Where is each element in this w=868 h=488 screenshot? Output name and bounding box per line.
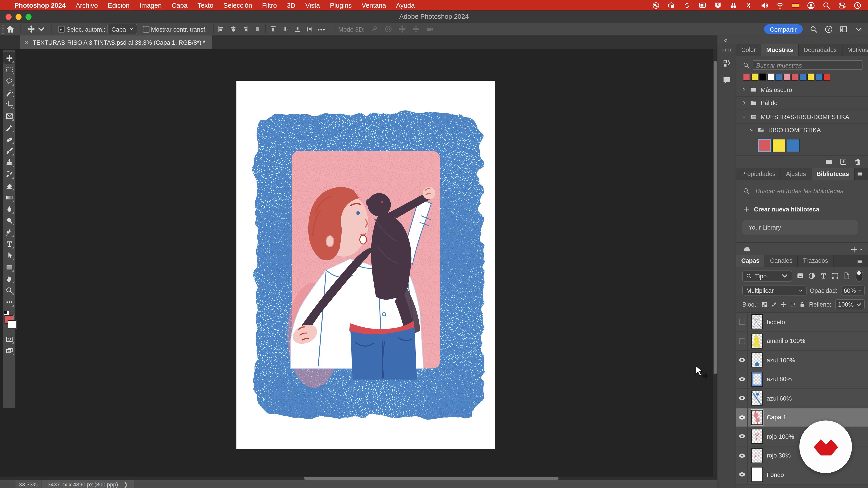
tab-trazados[interactable]: Trazados — [798, 255, 834, 267]
align-left-button[interactable] — [217, 26, 224, 33]
align-right-button[interactable] — [242, 26, 249, 33]
tab-motivos[interactable]: Motivos — [842, 44, 868, 56]
minimize-window-button[interactable] — [16, 13, 22, 20]
swatch-group-mas-oscuro[interactable]: Más oscuro — [736, 83, 868, 96]
distribute-vertical-button[interactable] — [306, 26, 313, 33]
tool-crop[interactable] — [3, 98, 15, 110]
screen-record-icon[interactable] — [652, 1, 660, 9]
binoculars-icon[interactable] — [730, 1, 737, 9]
blend-mode-dropdown[interactable]: Multiplicar — [742, 286, 807, 295]
filter-shape-layers-icon[interactable] — [831, 272, 839, 280]
volume-icon[interactable] — [761, 1, 768, 9]
document-info[interactable]: 3437 px x 4890 px (300 ppp) ❯ — [42, 480, 134, 488]
tool-clone-stamp[interactable] — [3, 157, 15, 168]
lock-artboard-icon[interactable] — [790, 301, 796, 307]
tool-rectangle[interactable] — [3, 261, 15, 273]
tool-magic-wand[interactable] — [3, 87, 15, 98]
menu-edicion[interactable]: Edición — [108, 1, 129, 9]
workspace-icon[interactable] — [840, 25, 847, 33]
swatch-group-palido[interactable]: Pálido — [736, 96, 868, 110]
chevron-right-icon[interactable] — [742, 87, 746, 92]
show-transform-checkbox[interactable]: Mostrar contr. transf. — [141, 26, 209, 32]
filter-pixel-layers-icon[interactable] — [797, 272, 804, 280]
menu-ventana[interactable]: Ventana — [362, 1, 386, 9]
layer-name[interactable]: Fondo — [767, 471, 784, 478]
cloud-sync-icon[interactable] — [743, 245, 751, 254]
lock-transparency-icon[interactable] — [762, 301, 767, 307]
riso-swatch-red[interactable] — [758, 139, 771, 152]
layer-filter-dropdown[interactable]: Tipo — [742, 270, 792, 281]
tool-spot-healing[interactable] — [3, 133, 15, 145]
menu-vista[interactable]: Vista — [305, 1, 320, 9]
layer-name[interactable]: azul 80% — [767, 376, 792, 382]
swatch[interactable] — [767, 74, 774, 81]
swatch[interactable] — [791, 74, 798, 81]
tool-zoom[interactable] — [3, 285, 15, 296]
tab-capas[interactable]: Capas — [736, 255, 765, 267]
bluetooth-icon[interactable] — [745, 1, 753, 9]
chevron-down-icon[interactable] — [749, 128, 754, 132]
menu-3d[interactable]: 3D — [287, 1, 296, 9]
close-window-button[interactable] — [5, 13, 11, 20]
layer-row-azul-100[interactable]: azul 100% — [736, 351, 868, 370]
clock-icon[interactable] — [854, 1, 861, 9]
visibility-toggle[interactable] — [736, 465, 748, 484]
visibility-toggle[interactable] — [736, 389, 748, 408]
swatches-search-input[interactable] — [753, 60, 863, 70]
visibility-toggle[interactable] — [736, 351, 748, 369]
distribute-middle-button[interactable] — [281, 26, 289, 33]
riso-swatch-yellow[interactable] — [772, 139, 785, 152]
keyboard-es-flag-icon[interactable] — [792, 2, 799, 8]
lock-position-icon[interactable] — [781, 301, 786, 307]
tab-color[interactable]: Color — [736, 44, 761, 56]
layer-thumbnail[interactable] — [751, 372, 763, 387]
distribute-top-button[interactable] — [269, 26, 276, 33]
tool-hand[interactable] — [3, 273, 15, 284]
layer-name[interactable]: rojo 30% — [767, 452, 791, 459]
swatch-group-muestras-riso[interactable]: MUESTRAS-RISO-DOMESTIKA — [736, 110, 868, 124]
more-options-button[interactable]: ••• — [317, 26, 326, 32]
tool-preset-button[interactable] — [25, 25, 48, 33]
chevron-down-icon[interactable] — [742, 114, 746, 119]
tab-bibliotecas[interactable]: Bibliotecas — [811, 168, 855, 180]
spotlight-icon[interactable] — [823, 1, 830, 9]
your-library-item[interactable]: Your Library — [742, 220, 858, 235]
swatch-group-riso-domestika[interactable]: RISO DOMESTIKA — [736, 124, 868, 137]
menu-imagen[interactable]: Imagen — [140, 1, 162, 9]
riso-swatch-blue[interactable] — [786, 139, 800, 152]
tool-history-brush[interactable] — [3, 168, 15, 180]
tool-pen[interactable] — [3, 226, 15, 238]
swatch[interactable] — [815, 74, 822, 81]
tool-eyedropper[interactable] — [3, 122, 15, 133]
shield-s-icon[interactable]: S — [714, 1, 722, 9]
auto-select-checkbox[interactable]: ✓ Selec. autom.: — [56, 26, 107, 32]
layer-row-fondo[interactable]: Fondo — [736, 465, 868, 484]
tool-gradient[interactable] — [3, 191, 15, 203]
layer-name[interactable]: rojo 100% — [767, 433, 794, 440]
app-menu[interactable]: Photoshop 2024 — [14, 1, 66, 9]
layer-row-capa-1-selected[interactable]: Capa 1 — [736, 408, 868, 427]
layer-thumbnail[interactable] — [751, 391, 763, 406]
new-swatch-icon[interactable] — [840, 158, 847, 165]
libraries-search-input[interactable] — [753, 186, 863, 195]
opacity-field[interactable]: 60% — [841, 286, 865, 295]
home-button[interactable] — [4, 25, 17, 33]
fill-field[interactable]: 100% — [835, 299, 865, 309]
tool-lasso[interactable] — [3, 75, 15, 87]
add-element-button[interactable] — [850, 246, 863, 253]
visibility-toggle[interactable] — [736, 408, 748, 427]
swatch[interactable] — [783, 74, 790, 81]
lock-all-icon[interactable] — [800, 301, 805, 307]
filter-smart-objects-icon[interactable] — [843, 272, 850, 280]
tool-rectangular-marquee[interactable] — [3, 64, 15, 75]
swatch[interactable] — [775, 74, 782, 81]
menu-seleccion[interactable]: Selección — [223, 1, 252, 9]
swatch[interactable] — [799, 74, 806, 81]
menu-archivo[interactable]: Archivo — [76, 1, 98, 9]
chevron-down-icon[interactable] — [855, 25, 862, 33]
layer-name[interactable]: azul 60% — [767, 395, 792, 401]
layer-row-amarillo-100[interactable]: amarillo 100% — [736, 332, 868, 351]
vertical-scrollbar-thumb[interactable] — [714, 61, 717, 374]
visibility-toggle[interactable] — [736, 332, 748, 350]
layer-thumbnail[interactable] — [751, 410, 763, 425]
